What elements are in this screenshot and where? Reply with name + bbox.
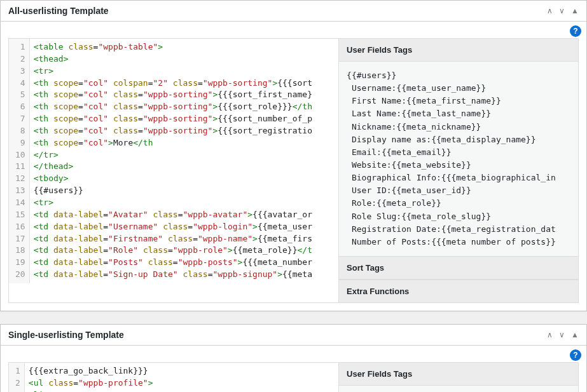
code-line[interactable]: <thead> — [34, 53, 338, 65]
move-up-icon[interactable]: ∧ — [547, 6, 553, 15]
code-line[interactable]: </tr> — [34, 149, 338, 161]
field-tag[interactable]: Website:{{meta_website}} — [347, 159, 570, 172]
code-line[interactable]: <th scope="col" colspan="2" class="wppb-… — [34, 78, 338, 90]
code-line[interactable]: {{{extra_go_back_link}}} — [29, 365, 338, 377]
code-line[interactable]: <ul class="wppb-profile"> — [29, 377, 338, 389]
code-lines[interactable]: {{{extra_go_back_link}}}<ul class="wppb-… — [25, 363, 338, 392]
field-tag[interactable]: Number of Posts:{{{meta number of posts}… — [347, 236, 570, 248]
code-lines[interactable]: <table class="wppb-table"> <thead> <tr> … — [30, 39, 338, 283]
code-line[interactable]: <td data-label="Posts" class="wppb-posts… — [34, 257, 338, 269]
code-line[interactable]: <th scope="col">More</th — [34, 137, 338, 149]
code-line[interactable]: <th scope="col" class="wppb-sorting">{{{… — [34, 89, 338, 101]
field-tag[interactable]: Nickname:{{meta_nickname}} — [347, 121, 570, 133]
code-line[interactable]: <table class="wppb-table"> — [34, 41, 338, 53]
code-line[interactable]: <tr> — [34, 65, 338, 78]
code-line[interactable]: <td data-label="Avatar" class="wppb-avat… — [34, 209, 338, 221]
help-icon[interactable]: ? — [570, 25, 581, 37]
code-line[interactable]: <td data-label="Role" class="wppb-role">… — [34, 245, 338, 257]
accordion-sort-tags[interactable]: Sort Tags — [339, 256, 578, 280]
code-line[interactable]: <li> — [29, 389, 338, 392]
code-line[interactable]: <td data-label="Username" class="wppb-lo… — [34, 221, 338, 233]
move-down-icon[interactable]: ∨ — [559, 330, 565, 339]
accordion-extra-functions[interactable]: Extra Functions — [339, 280, 578, 302]
field-tag[interactable]: Username:{{meta_user_name}} — [347, 82, 570, 95]
tags-sidebar: User Fields Tags Username:{{meta_user_na… — [339, 363, 578, 392]
code-editor[interactable]: 1234567891011121314151617181920 <table c… — [9, 39, 339, 302]
field-tag[interactable]: Email:{{meta_email}} — [347, 146, 570, 159]
code-line[interactable]: <td data-label="Firstname" class="wppb-n… — [34, 233, 338, 245]
code-line[interactable]: <th scope="col" class="wppb-sorting">{{{… — [34, 101, 338, 113]
code-line[interactable]: <td data-label="Sign-up Date" class="wpp… — [34, 269, 338, 281]
all-userlisting-panel: All-userlisting Template ∧ ∨ ▲ ? 1234567… — [0, 0, 587, 311]
field-tag[interactable]: Biographical Info:{{{meta_biographical_i… — [347, 172, 570, 184]
field-tag[interactable]: Display name as:{{meta_display_name}} — [347, 133, 570, 146]
user-fields-body: {{#users}} Username:{{meta_user_name}}Fi… — [339, 62, 578, 256]
panel-header: Single-userlisting Template ∧ ∨ ▲ — [1, 325, 586, 346]
editor-row: 1234567891011121314151617181920 <table c… — [8, 38, 579, 303]
field-tag[interactable]: Role:{{meta_role}} — [347, 197, 570, 210]
line-gutter: 1234567891011121314151617181920 — [9, 39, 30, 283]
accordion-user-fields[interactable]: User Fields Tags — [339, 363, 578, 386]
code-line[interactable]: <tbody> — [34, 173, 338, 185]
collapse-icon[interactable]: ▲ — [571, 6, 579, 15]
field-tag[interactable]: User ID:{{meta_user_id}} — [347, 184, 570, 197]
field-tag[interactable]: Role Slug:{{meta_role_slug}} — [347, 210, 570, 223]
help-icon[interactable]: ? — [570, 349, 581, 361]
panel-controls: ∧ ∨ ▲ — [547, 330, 579, 339]
collapse-icon[interactable]: ▲ — [571, 330, 579, 339]
accordion-user-fields[interactable]: User Fields Tags — [339, 39, 578, 62]
code-line[interactable]: <tr> — [34, 197, 338, 209]
loop-tag: {{#users}} — [347, 69, 570, 82]
field-tag[interactable]: Registration Date:{{meta_registration_da… — [347, 223, 570, 236]
code-line[interactable]: {{#users}} — [34, 185, 338, 197]
editor-row: 12345 {{{extra_go_back_link}}}<ul class=… — [8, 362, 579, 392]
single-userlisting-panel: Single-userlisting Template ∧ ∨ ▲ ? 1234… — [0, 324, 587, 392]
move-up-icon[interactable]: ∧ — [547, 330, 553, 339]
field-tag[interactable]: First Name:{{meta_first_name}} — [347, 95, 570, 107]
line-gutter: 12345 — [9, 363, 25, 392]
user-fields-body: Username:{{meta_user_name}}First Name:{{… — [339, 386, 578, 392]
code-line[interactable]: <th scope="col" class="wppb-sorting">{{{… — [34, 113, 338, 125]
code-line[interactable]: </thead> — [34, 161, 338, 173]
panel-body: ? 1234567891011121314151617181920 <table… — [1, 22, 586, 311]
code-editor[interactable]: 12345 {{{extra_go_back_link}}}<ul class=… — [9, 363, 339, 392]
tags-sidebar: User Fields Tags {{#users}} Username:{{m… — [339, 39, 578, 302]
panel-header: All-userlisting Template ∧ ∨ ▲ — [1, 1, 586, 22]
panel-body: ? 12345 {{{extra_go_back_link}}}<ul clas… — [1, 346, 586, 392]
code-line[interactable]: <th scope="col" class="wppb-sorting">{{{… — [34, 125, 338, 137]
panel-title: Single-userlisting Template — [8, 330, 124, 340]
move-down-icon[interactable]: ∨ — [559, 6, 565, 15]
panel-title: All-userlisting Template — [8, 6, 109, 16]
field-tag[interactable]: Last Name:{{meta_last_name}} — [347, 107, 570, 120]
panel-controls: ∧ ∨ ▲ — [547, 6, 579, 15]
